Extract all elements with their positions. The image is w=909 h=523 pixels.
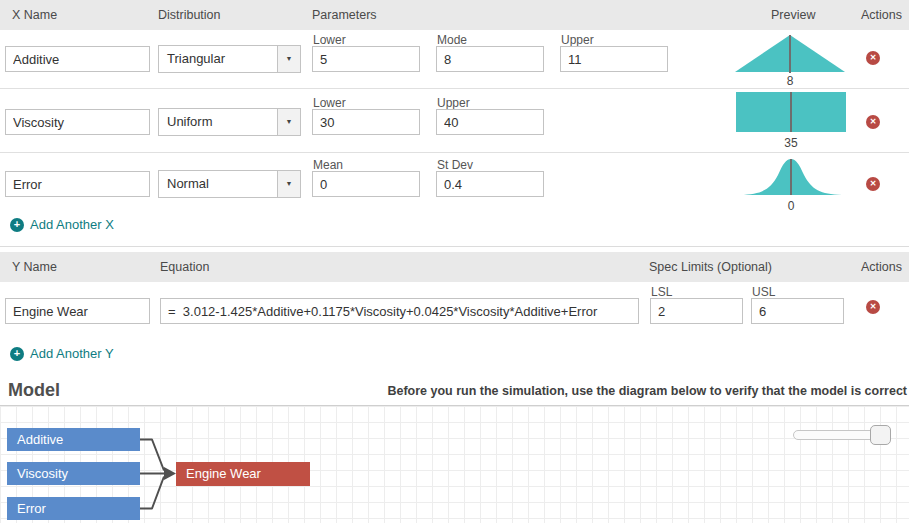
x-name-input[interactable] xyxy=(5,109,150,135)
diagram-zoom-slider-thumb[interactable] xyxy=(870,425,891,445)
actions-header: Actions xyxy=(861,0,902,30)
param-label-lower: Lower xyxy=(313,33,346,47)
add-another-y-button[interactable]: + Add Another Y xyxy=(10,346,114,361)
param-label-mode: Mode xyxy=(437,33,467,47)
lsl-label: LSL xyxy=(651,285,672,299)
delete-row-button[interactable]: ✕ xyxy=(866,51,880,65)
dropdown-button[interactable]: ▼ xyxy=(277,46,300,72)
preview-header: Preview xyxy=(771,0,815,30)
distribution-select[interactable]: Uniform ▼ xyxy=(158,108,301,136)
section-divider xyxy=(0,246,909,247)
simulation-setup-page: X Name Distribution Parameters Preview A… xyxy=(0,0,909,523)
dropdown-button[interactable]: ▼ xyxy=(277,171,300,197)
preview-centerline xyxy=(790,92,792,132)
param-input-upper[interactable] xyxy=(560,46,668,72)
y-table-header: Y Name Equation Spec Limits (Optional) A… xyxy=(0,252,909,282)
equation-input[interactable] xyxy=(160,298,639,324)
add-another-x-label: Add Another X xyxy=(30,217,114,232)
param-input-lower[interactable] xyxy=(312,109,420,135)
row-divider xyxy=(0,152,909,153)
normal-distribution-preview xyxy=(738,154,844,196)
parameters-header: Parameters xyxy=(312,0,377,30)
delete-row-button[interactable]: ✕ xyxy=(866,177,880,191)
x-table-header: X Name Distribution Parameters Preview A… xyxy=(0,0,909,30)
spec-limits-header: Spec Limits (Optional) xyxy=(649,252,772,282)
delete-row-button[interactable]: ✕ xyxy=(866,115,880,129)
chevron-down-icon: ▼ xyxy=(286,180,293,187)
add-icon: + xyxy=(10,347,24,361)
distribution-selected-value: Triangular xyxy=(167,46,225,72)
add-another-x-button[interactable]: + Add Another X xyxy=(10,217,114,232)
model-section-title: Model xyxy=(8,380,60,401)
x-name-input[interactable] xyxy=(5,46,150,72)
param-input-mode[interactable] xyxy=(436,46,544,72)
y-name-header: Y Name xyxy=(12,252,57,282)
preview-center-value: 8 xyxy=(735,74,845,88)
usl-input[interactable] xyxy=(751,298,844,324)
distribution-header: Distribution xyxy=(158,0,221,30)
distribution-selected-value: Normal xyxy=(167,171,209,197)
x-name-header: X Name xyxy=(12,0,57,30)
param-label-upper: Upper xyxy=(437,96,470,110)
row-divider xyxy=(0,88,909,89)
equation-header: Equation xyxy=(160,252,209,282)
delete-row-button[interactable]: ✕ xyxy=(866,300,880,314)
param-label-stdev: St Dev xyxy=(437,158,473,172)
lsl-input[interactable] xyxy=(650,298,743,324)
chevron-down-icon: ▼ xyxy=(286,118,293,125)
param-input-lower[interactable] xyxy=(312,46,420,72)
model-node-engine-wear: Engine Wear xyxy=(176,462,310,486)
add-icon: + xyxy=(10,218,24,232)
distribution-select[interactable]: Normal ▼ xyxy=(158,170,301,198)
dropdown-button[interactable]: ▼ xyxy=(277,109,300,135)
model-instruction-text: Before you run the simulation, use the d… xyxy=(387,384,907,398)
distribution-select[interactable]: Triangular ▼ xyxy=(158,45,301,73)
x-name-input[interactable] xyxy=(5,171,150,197)
model-node-viscosity: Viscosity xyxy=(7,462,140,485)
arrowhead-icon xyxy=(164,467,176,480)
add-another-y-label: Add Another Y xyxy=(30,346,114,361)
distribution-selected-value: Uniform xyxy=(167,109,213,135)
usl-label: USL xyxy=(752,285,775,299)
param-input-stdev[interactable] xyxy=(436,171,544,197)
triangular-distribution-preview xyxy=(735,35,845,73)
y-name-input[interactable] xyxy=(5,298,150,324)
param-label-mean: Mean xyxy=(313,158,343,172)
param-input-upper[interactable] xyxy=(436,109,544,135)
param-input-mean[interactable] xyxy=(312,171,420,197)
actions-header: Actions xyxy=(861,252,902,282)
preview-center-value: 35 xyxy=(736,136,846,150)
model-diagram-canvas: Additive Viscosity Error Engine Wear xyxy=(0,405,909,523)
chevron-down-icon: ▼ xyxy=(286,55,293,62)
param-label-upper: Upper xyxy=(561,33,594,47)
model-node-additive: Additive xyxy=(7,428,140,451)
model-node-error: Error xyxy=(7,497,140,520)
param-label-lower: Lower xyxy=(313,96,346,110)
preview-center-value: 0 xyxy=(738,199,844,213)
